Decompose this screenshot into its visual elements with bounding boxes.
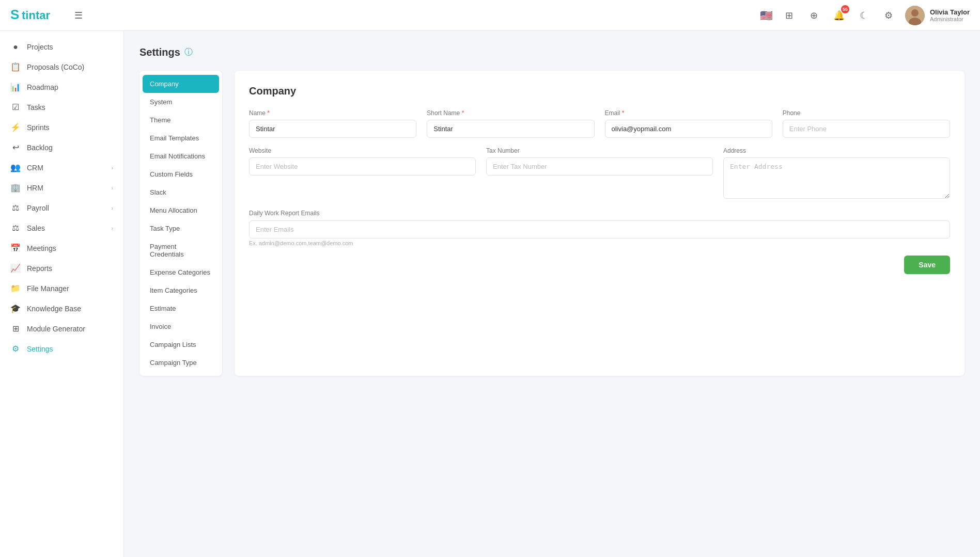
sidebar-item-label: Payroll	[27, 204, 49, 212]
settings-nav-custom-fields[interactable]: Custom Fields	[139, 165, 222, 183]
form-row-1: Name * Short Name *	[249, 109, 950, 138]
company-panel-title: Company	[249, 85, 950, 97]
hrm-icon: 🏢	[10, 183, 21, 193]
settings-nav-item-categories[interactable]: Item Categories	[139, 281, 222, 299]
settings-nav-expense-categories[interactable]: Expense Categories	[139, 263, 222, 281]
sidebar-item-projects[interactable]: ● Projects	[0, 37, 123, 57]
name-field-group: Name *	[249, 109, 416, 138]
sidebar-item-tasks[interactable]: ☑ Tasks	[0, 97, 123, 117]
settings-nav-system[interactable]: System	[139, 93, 222, 111]
settings-nav-payment-credentials[interactable]: Payment Credentials	[139, 237, 222, 263]
phone-input[interactable]	[783, 120, 950, 138]
website-field-group: Website	[249, 147, 476, 199]
sidebar-item-label: Projects	[27, 43, 53, 51]
settings-nav-campaign-type[interactable]: Campaign Type	[139, 354, 222, 372]
settings-nav-campaign-lists[interactable]: Campaign Lists	[139, 336, 222, 354]
notification-badge: 55	[841, 5, 849, 13]
settings-nav-estimate[interactable]: Estimate	[139, 299, 222, 317]
website-label: Website	[249, 147, 476, 154]
sidebar-item-meetings[interactable]: 📅 Meetings	[0, 238, 123, 258]
settings-nav-slack[interactable]: Slack	[139, 183, 222, 201]
svg-text:S: S	[10, 7, 19, 22]
hamburger-button[interactable]: ☰	[72, 8, 85, 23]
settings-nav-task-type[interactable]: Task Type	[139, 219, 222, 237]
reports-icon: 📈	[10, 263, 21, 273]
sidebar-item-label: Module Generator	[27, 325, 85, 333]
chevron-right-icon: ›	[111, 165, 113, 171]
hamburger-icon: ☰	[74, 10, 83, 21]
sidebar-item-roadmap[interactable]: 📊 Roadmap	[0, 77, 123, 97]
sidebar-item-sprints[interactable]: ⚡ Sprints	[0, 117, 123, 137]
user-details: Olivia Taylor Administrator	[930, 8, 970, 22]
sidebar-item-backlog[interactable]: ↩ Backlog	[0, 137, 123, 157]
settings-nav-invoice[interactable]: Invoice	[139, 317, 222, 336]
settings-nav-menu-allocation[interactable]: Menu Allocation	[139, 201, 222, 219]
backlog-icon: ↩	[10, 142, 21, 152]
daily-report-label: Daily Work Report Emails	[249, 210, 319, 217]
settings-gear-button[interactable]: ⚙	[880, 7, 897, 24]
header: S tintar ☰ 🇺🇸 ⊞ ⊕ 🔔 55 ☾ ⚙	[0, 0, 980, 31]
sidebar-item-label: File Manager	[27, 284, 69, 293]
knowledge-base-icon: 🎓	[10, 304, 21, 313]
sidebar-item-proposals[interactable]: 📋 Proposals (CoCo)	[0, 57, 123, 77]
projects-icon: ●	[10, 42, 21, 52]
sidebar-item-module-generator[interactable]: ⊞ Module Generator	[0, 319, 123, 339]
chevron-right-icon: ›	[111, 225, 113, 231]
dark-mode-button[interactable]: ☾	[855, 7, 872, 24]
sidebar-item-file-manager[interactable]: 📁 File Manager	[0, 278, 123, 298]
header-right: 🇺🇸 ⊞ ⊕ 🔔 55 ☾ ⚙ Olivia Tay	[760, 6, 970, 25]
flag-icon[interactable]: 🇺🇸	[760, 9, 773, 22]
svg-point-3	[911, 9, 919, 17]
sidebar-item-reports[interactable]: 📈 Reports	[0, 258, 123, 278]
phone-field-group: Phone	[783, 109, 950, 138]
meetings-icon: 📅	[10, 243, 21, 253]
payroll-icon: ⚖	[10, 203, 21, 213]
sidebar-item-sales[interactable]: ⚖ Sales ›	[0, 218, 123, 238]
crosshair-button[interactable]: ⊕	[806, 7, 822, 24]
file-manager-icon: 📁	[10, 283, 21, 293]
save-button[interactable]: Save	[904, 256, 950, 274]
header-left: S tintar ☰	[10, 6, 85, 25]
settings-nav-email-notifications[interactable]: Email Notifications	[139, 147, 222, 165]
settings-nav-theme[interactable]: Theme	[139, 111, 222, 129]
apps-button[interactable]: ⊞	[781, 7, 798, 24]
sidebar-item-label: Knowledge Base	[27, 305, 81, 313]
sidebar-item-label: CRM	[27, 164, 43, 172]
sidebar-item-label: Proposals (CoCo)	[27, 63, 84, 71]
address-label: Address	[723, 147, 950, 154]
sidebar-item-label: Tasks	[27, 103, 45, 112]
name-input[interactable]	[249, 120, 416, 138]
sidebar-item-label: Roadmap	[27, 83, 58, 91]
sidebar-item-hrm[interactable]: 🏢 HRM ›	[0, 178, 123, 198]
address-input[interactable]	[723, 157, 950, 199]
settings-nav-email-templates[interactable]: Email Templates	[139, 129, 222, 147]
sidebar-item-payroll[interactable]: ⚖ Payroll ›	[0, 198, 123, 218]
bell-button[interactable]: 🔔 55	[831, 7, 847, 24]
sidebar-item-label: Reports	[27, 264, 52, 273]
sidebar-item-settings[interactable]: ⚙ Settings	[0, 339, 123, 359]
tax-number-label: Tax Number	[486, 147, 713, 154]
sidebar-item-knowledge-base[interactable]: 🎓 Knowledge Base	[0, 298, 123, 319]
short-name-label: Short Name *	[427, 109, 594, 117]
user-profile[interactable]: Olivia Taylor Administrator	[905, 6, 970, 25]
settings-nav-company[interactable]: Company	[143, 75, 219, 93]
email-input[interactable]	[605, 120, 772, 138]
logo: S tintar	[10, 6, 62, 25]
user-role: Administrator	[930, 16, 970, 22]
sidebar-item-crm[interactable]: 👥 CRM ›	[0, 157, 123, 178]
daily-emails-input[interactable]	[249, 220, 950, 238]
sidebar-item-label: Sprints	[27, 123, 50, 132]
sales-icon: ⚖	[10, 223, 21, 233]
email-required: *	[622, 109, 625, 117]
email-label: Email *	[605, 109, 772, 117]
settings-layout: Company System Theme Email Templates Ema…	[139, 71, 965, 376]
settings-panel: Company Name * Short Name *	[235, 71, 965, 376]
daily-emails-hint: Ex. admin@demo.com,team@demo.com	[249, 240, 950, 246]
website-input[interactable]	[249, 157, 476, 176]
gear-icon: ⚙	[884, 10, 893, 21]
form-row-2: Website Tax Number Address	[249, 147, 950, 199]
logo-text: S tintar	[10, 6, 62, 25]
short-name-input[interactable]	[427, 120, 594, 138]
tax-number-input[interactable]	[486, 157, 713, 176]
sprints-icon: ⚡	[10, 122, 21, 132]
